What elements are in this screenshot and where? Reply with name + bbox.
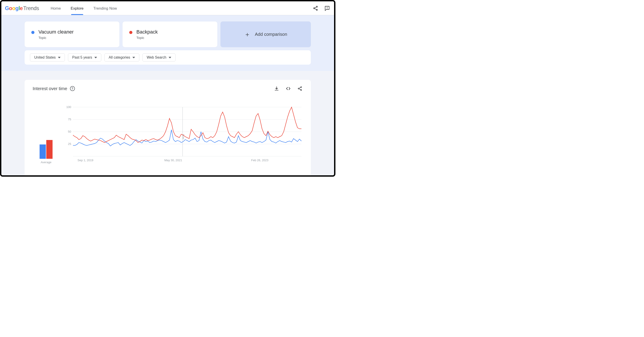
add-comparison-button[interactable]: ＋ Add comparison bbox=[220, 22, 311, 47]
feedback-icon[interactable] bbox=[324, 5, 330, 11]
svg-text:25: 25 bbox=[68, 142, 71, 146]
app-header: Google Trends Home Explore Trending Now bbox=[1, 1, 334, 15]
nav-home[interactable]: Home bbox=[50, 2, 62, 14]
svg-line-10 bbox=[299, 88, 301, 88]
svg-point-7 bbox=[300, 86, 302, 88]
primary-nav: Home Explore Trending Now bbox=[50, 2, 118, 14]
plus-icon: ＋ bbox=[244, 31, 250, 38]
filter-category[interactable]: All categories bbox=[104, 54, 139, 62]
series-color-dot bbox=[129, 31, 132, 34]
help-icon[interactable]: ? bbox=[70, 86, 75, 91]
svg-text:Feb 26, 2023: Feb 26, 2023 bbox=[251, 158, 268, 162]
nav-explore[interactable]: Explore bbox=[70, 2, 84, 14]
nav-trending-now[interactable]: Trending Now bbox=[92, 2, 118, 14]
compare-term-1[interactable]: Vacuum cleaner Topic bbox=[24, 22, 120, 47]
filter-time[interactable]: Past 5 years bbox=[68, 54, 101, 62]
chevron-down-icon bbox=[132, 57, 135, 58]
svg-point-8 bbox=[298, 88, 299, 89]
chevron-down-icon bbox=[94, 57, 97, 58]
svg-line-4 bbox=[314, 8, 316, 10]
chevron-down-icon bbox=[168, 57, 171, 58]
svg-text:50: 50 bbox=[68, 130, 71, 133]
svg-point-2 bbox=[316, 9, 318, 10]
term-title: Vacuum cleaner bbox=[38, 29, 74, 35]
chevron-down-icon bbox=[58, 57, 60, 58]
average-bars: Average bbox=[33, 105, 60, 164]
share-icon[interactable] bbox=[297, 86, 303, 92]
filter-search-type[interactable]: Web Search bbox=[142, 54, 176, 62]
google-trends-logo[interactable]: Google Trends bbox=[5, 5, 39, 12]
svg-point-6 bbox=[327, 8, 327, 9]
interest-over-time-card: Interest over time ? Average 25507510 bbox=[24, 80, 311, 177]
svg-text:75: 75 bbox=[68, 118, 71, 121]
svg-text:100: 100 bbox=[66, 105, 71, 109]
avg-bar bbox=[46, 140, 52, 159]
svg-point-9 bbox=[300, 90, 302, 90]
svg-line-3 bbox=[314, 7, 316, 8]
chart-title: Interest over time bbox=[33, 86, 67, 91]
share-icon[interactable] bbox=[312, 5, 318, 11]
svg-point-0 bbox=[316, 6, 318, 7]
embed-icon[interactable] bbox=[285, 86, 291, 92]
svg-line-11 bbox=[299, 89, 301, 90]
query-subheader: Vacuum cleaner Topic Backpack Topic ＋ Ad… bbox=[1, 15, 334, 71]
download-icon[interactable] bbox=[274, 86, 280, 92]
avg-bar bbox=[40, 144, 46, 159]
term-title: Backpack bbox=[136, 29, 158, 35]
filter-geo[interactable]: United States bbox=[30, 54, 65, 62]
svg-text:May 30, 2021: May 30, 2021 bbox=[164, 158, 182, 162]
svg-point-1 bbox=[314, 8, 315, 9]
svg-text:Sep 1, 2019: Sep 1, 2019 bbox=[78, 158, 94, 162]
series-color-dot bbox=[31, 31, 34, 34]
compare-term-2[interactable]: Backpack Topic bbox=[122, 22, 217, 47]
line-chart[interactable]: 255075100NoteSep 1, 2019May 30, 2021Feb … bbox=[64, 105, 303, 164]
term-subtitle: Topic bbox=[38, 36, 74, 40]
filter-bar: United States Past 5 years All categorie… bbox=[24, 50, 311, 65]
term-subtitle: Topic bbox=[136, 36, 158, 40]
